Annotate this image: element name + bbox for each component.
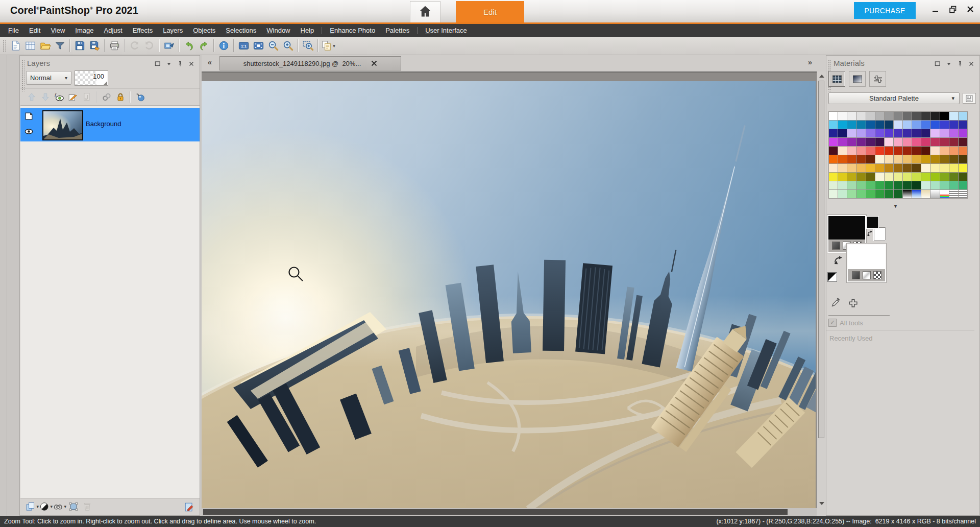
open-icon[interactable]	[38, 39, 53, 53]
color-swatch[interactable]	[894, 121, 902, 129]
scroll-tabs-left-icon[interactable]: «	[205, 58, 214, 66]
color-swatch[interactable]	[959, 138, 967, 146]
horizontal-scrollbar[interactable]	[202, 508, 817, 516]
canvas-view[interactable]	[202, 71, 817, 508]
swap-materials-icon[interactable]	[833, 255, 843, 265]
color-swatch[interactable]	[959, 155, 967, 163]
redo-icon[interactable]	[197, 39, 211, 53]
layer-thumbnail[interactable]	[42, 110, 83, 140]
zoom-selection-icon[interactable]	[301, 39, 315, 53]
color-swatch[interactable]	[930, 173, 939, 181]
menu-edit[interactable]: Edit	[24, 24, 45, 37]
panel-close-icon[interactable]	[967, 60, 975, 67]
panel-float-icon[interactable]	[933, 60, 942, 67]
color-swatch[interactable]	[875, 155, 884, 163]
color-swatch[interactable]	[903, 121, 912, 129]
save-as-icon[interactable]	[87, 39, 102, 53]
swap-mini-colors-icon[interactable]	[867, 229, 873, 236]
color-swatch[interactable]	[847, 155, 856, 163]
color-swatch[interactable]	[875, 181, 884, 189]
color-swatch[interactable]	[949, 173, 958, 181]
color-swatch[interactable]	[838, 190, 847, 198]
vertical-scroll-thumb[interactable]	[818, 81, 824, 438]
color-swatch[interactable]	[903, 173, 912, 181]
color-swatch[interactable]	[940, 112, 949, 120]
color-swatch[interactable]	[894, 129, 902, 137]
color-swatch[interactable]	[866, 121, 875, 129]
color-swatch[interactable]	[875, 138, 884, 146]
color-swatch[interactable]	[940, 164, 949, 172]
menu-adjust[interactable]: Adjust	[99, 24, 127, 37]
color-swatch[interactable]	[856, 147, 865, 155]
palette-options-button[interactable]	[963, 93, 976, 104]
color-swatch[interactable]	[875, 190, 884, 198]
document-tab[interactable]: shutterstock_1249118290.jpg @ 20%...	[219, 56, 401, 70]
menu-image[interactable]: Image	[70, 24, 99, 37]
color-swatch[interactable]	[949, 138, 958, 146]
new-layer-icon[interactable]: ▾	[25, 500, 39, 514]
blend-mode-select[interactable]: Normal ▾	[26, 71, 71, 85]
color-swatch[interactable]	[856, 173, 865, 181]
panel-grip[interactable]	[21, 60, 24, 91]
color-swatch[interactable]	[829, 164, 838, 172]
color-swatch[interactable]	[940, 129, 949, 137]
tab-mixer[interactable]	[869, 71, 886, 87]
screen-capture-icon[interactable]	[162, 39, 177, 53]
color-swatch[interactable]	[894, 190, 902, 198]
color-swatch[interactable]	[940, 155, 949, 163]
color-swatch[interactable]	[847, 129, 856, 137]
color-swatch[interactable]	[930, 164, 939, 172]
color-swatch[interactable]	[912, 190, 921, 198]
color-swatch[interactable]	[847, 190, 856, 198]
scroll-up-icon[interactable]	[819, 75, 824, 78]
panel-float-icon[interactable]	[153, 60, 162, 67]
mask-layer-icon[interactable]: ▾	[53, 500, 66, 514]
color-swatch[interactable]	[940, 181, 949, 189]
zoom-in-icon[interactable]	[281, 39, 296, 53]
document-close-icon[interactable]	[371, 60, 377, 66]
foreground-color-swatch[interactable]	[828, 216, 865, 239]
color-swatch[interactable]	[921, 138, 930, 146]
color-swatch[interactable]	[903, 181, 912, 189]
menu-objects[interactable]: Objects	[188, 24, 220, 37]
color-swatch[interactable]	[903, 190, 912, 198]
resize-handle-icon[interactable]	[104, 81, 107, 85]
color-swatch[interactable]	[959, 190, 967, 198]
color-swatch[interactable]	[903, 147, 912, 155]
color-swatch[interactable]	[903, 164, 912, 172]
color-swatch[interactable]	[921, 173, 930, 181]
color-swatch[interactable]	[847, 181, 856, 189]
color-swatch[interactable]	[912, 147, 921, 155]
color-swatch[interactable]	[930, 112, 939, 120]
actual-size-icon[interactable]: 1:1	[236, 39, 251, 53]
color-swatch[interactable]	[949, 164, 958, 172]
color-swatch[interactable]	[940, 147, 949, 155]
color-swatch[interactable]	[930, 147, 939, 155]
layer-name[interactable]: Background	[86, 120, 121, 128]
all-tools-checkbox[interactable]: ✓	[828, 319, 837, 327]
color-swatch[interactable]	[903, 155, 912, 163]
color-swatch[interactable]	[894, 181, 902, 189]
color-swatch[interactable]	[959, 121, 967, 129]
mini-foreground-swatch[interactable]	[867, 217, 878, 228]
add-material-icon[interactable]	[848, 298, 859, 309]
color-swatch[interactable]	[921, 164, 930, 172]
document-image[interactable]	[202, 81, 816, 508]
color-swatch[interactable]	[921, 181, 930, 189]
color-swatch[interactable]	[829, 129, 838, 137]
color-swatch[interactable]	[875, 147, 884, 155]
color-swatch[interactable]	[838, 173, 847, 181]
color-swatch[interactable]	[912, 129, 921, 137]
layer-row-background[interactable]: Background	[20, 108, 200, 141]
color-swatch[interactable]	[921, 121, 930, 129]
color-swatch[interactable]	[930, 155, 939, 163]
image-info-icon[interactable]	[216, 39, 231, 53]
color-swatch[interactable]	[894, 164, 902, 172]
color-swatch[interactable]	[912, 155, 921, 163]
color-swatch[interactable]	[885, 147, 893, 155]
layer-properties-icon[interactable]	[66, 90, 80, 104]
color-swatch[interactable]	[959, 112, 967, 120]
visibility-icon[interactable]: f	[52, 90, 66, 104]
reset-black-white-icon[interactable]	[827, 272, 837, 282]
color-swatch[interactable]	[866, 173, 875, 181]
